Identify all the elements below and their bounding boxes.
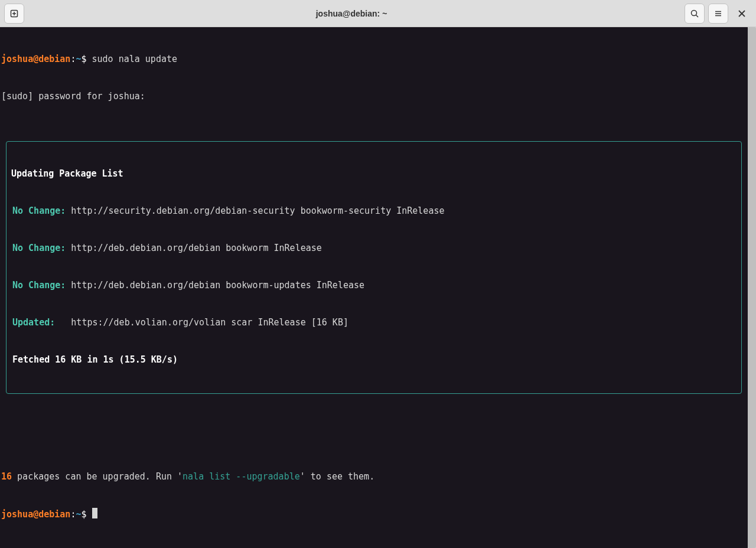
repo-status: No Change:	[12, 206, 66, 216]
blank-line	[1, 433, 747, 446]
repo-line: No Change: http://deb.debian.org/debian …	[11, 279, 737, 292]
repo-url: https://deb.volian.org/volian scar InRel…	[71, 317, 348, 328]
repo-line: No Change: http://deb.debian.org/debian …	[11, 242, 737, 255]
prompt-sigil: $	[81, 54, 86, 64]
upgrade-command: nala list --upgradable	[183, 471, 300, 482]
command-text: sudo nala update	[92, 54, 178, 64]
upgrade-tail: ' to see them.	[300, 471, 374, 482]
terminal-viewport: joshua@debian:~$ sudo nala update [sudo]…	[0, 27, 756, 548]
repo-line: Updated: https://deb.volian.org/volian s…	[11, 317, 737, 329]
new-tab-icon	[9, 9, 19, 18]
prompt-userhost: joshua@debian	[1, 509, 70, 520]
svg-line-4	[696, 15, 699, 17]
repo-line: No Change: http://security.debian.org/de…	[11, 205, 737, 217]
repo-url: http://security.debian.org/debian-securi…	[71, 206, 444, 216]
search-button[interactable]	[685, 4, 705, 24]
hamburger-icon	[713, 9, 723, 18]
svg-point-3	[692, 10, 697, 15]
prompt-line-2: joshua@debian:~$	[1, 508, 747, 521]
cursor	[92, 508, 97, 518]
prompt-line-1: joshua@debian:~$ sudo nala update	[1, 53, 747, 66]
repo-status: No Change:	[12, 280, 66, 291]
sudo-prompt: [sudo] password for joshua:	[1, 90, 747, 103]
titlebar: joshua@debian: ~	[0, 0, 756, 27]
upgrade-text: packages can be upgraded. Run '	[12, 471, 183, 482]
menu-button[interactable]	[708, 4, 728, 24]
upgradable-line: 16 packages can be upgraded. Run 'nala l…	[1, 471, 747, 483]
scrollbar-thumb[interactable]	[748, 27, 756, 548]
scrollbar[interactable]	[748, 27, 756, 548]
repo-status: No Change:	[12, 243, 66, 253]
fetched-line: Fetched 16 KB in 1s (15.5 KB/s)	[11, 354, 737, 366]
prompt-sigil: $	[81, 509, 86, 520]
close-icon	[738, 9, 746, 18]
repo-status: Updated:	[12, 317, 55, 328]
prompt-userhost: joshua@debian	[1, 54, 70, 64]
terminal[interactable]: joshua@debian:~$ sudo nala update [sudo]…	[0, 27, 748, 548]
new-tab-button[interactable]	[4, 4, 24, 24]
window-title: joshua@debian: ~	[28, 9, 681, 18]
frame-title: Updating Package List	[11, 168, 737, 180]
update-frame: Updating Package List No Change: http://…	[6, 141, 742, 394]
upgrade-count: 16	[1, 471, 12, 482]
repo-url: http://deb.debian.org/debian bookworm-up…	[71, 280, 364, 291]
search-icon	[690, 9, 699, 18]
close-button[interactable]	[732, 4, 752, 24]
repo-url: http://deb.debian.org/debian bookworm In…	[71, 243, 321, 253]
